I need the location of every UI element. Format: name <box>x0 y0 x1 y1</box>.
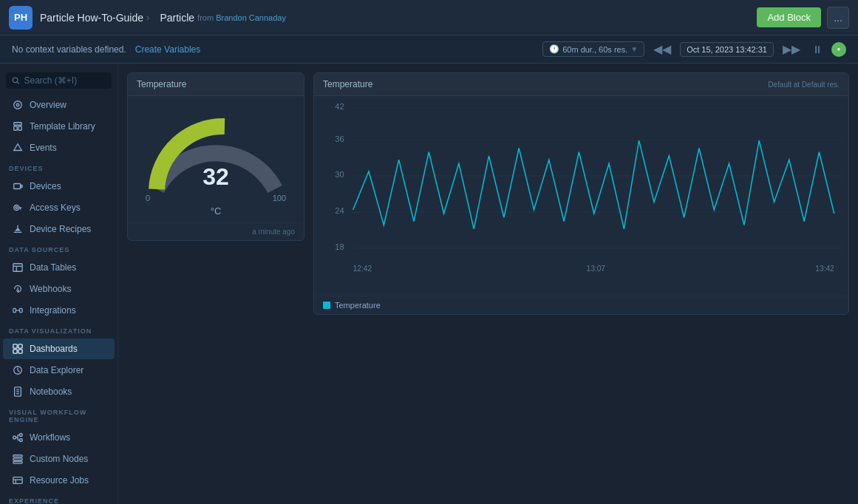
sidebar-item-label: Dashboards <box>30 344 78 354</box>
sidebar-item-template-library[interactable]: Template Library <box>3 116 115 137</box>
app-logo: PH <box>9 6 33 30</box>
section-label-data-sources: DATA SOURCES <box>0 240 118 256</box>
svg-marker-7 <box>14 144 22 151</box>
svg-text:24: 24 <box>335 206 344 215</box>
overview-icon <box>12 99 24 111</box>
sidebar-item-resource-jobs[interactable]: Resource Jobs <box>3 470 115 491</box>
sidebar-item-label: Resource Jobs <box>30 475 89 486</box>
topbar-controls: Add Block ... <box>757 7 849 29</box>
explorer-icon <box>12 364 24 376</box>
sidebar-item-overview-top[interactable]: Overview <box>3 95 115 115</box>
gauge-title: Temperature <box>137 79 186 89</box>
gauge-timestamp: a minute ago <box>128 222 304 240</box>
svg-rect-34 <box>20 439 23 442</box>
sidebar-item-devices[interactable]: Devices <box>3 176 115 197</box>
devices-icon <box>12 180 24 192</box>
sidebar-item-label: Data Explorer <box>30 365 84 375</box>
sidebar-item-events[interactable]: Events <box>3 137 115 158</box>
svg-point-3 <box>16 103 19 106</box>
nodes-icon <box>12 453 24 465</box>
svg-rect-6 <box>18 126 21 130</box>
search-icon <box>12 76 19 85</box>
sidebar-item-data-tables[interactable]: Data Tables <box>3 257 115 278</box>
svg-rect-32 <box>13 436 16 439</box>
clock-icon: 🕐 <box>549 44 559 54</box>
gauge-body: 32 0 100 °C <box>128 96 304 222</box>
refresh-button[interactable]: ● <box>831 42 846 57</box>
sidebar-item-access-keys[interactable]: Access Keys <box>3 197 115 218</box>
workflow-icon <box>12 432 24 443</box>
sidebar-item-integrations[interactable]: Integrations <box>3 300 115 321</box>
notebooks-icon <box>12 386 24 398</box>
context-bar: No context variables defined. Create Var… <box>0 35 858 64</box>
dashboard-icon <box>12 343 24 355</box>
date-range-picker[interactable]: Oct 15, 2023 13:42:31 <box>680 42 774 57</box>
context-bar-right: 🕐 60m dur., 60s res. ▼ ◀◀ Oct 15, 2023 1… <box>542 41 846 58</box>
chart-body: 42 36 30 24 18 12:42 13:07 13:42 <box>314 96 848 296</box>
sidebar-item-label: Custom Nodes <box>30 454 88 464</box>
svg-rect-9 <box>21 185 22 188</box>
events-icon <box>12 142 24 154</box>
add-block-button[interactable]: Add Block <box>757 7 821 27</box>
section-label-experience: EXPERIENCE <box>0 491 118 504</box>
sidebar-item-label: Device Recipes <box>30 224 91 234</box>
chevron-icon: ▼ <box>630 45 638 53</box>
pause-button[interactable]: ⏸ <box>809 42 825 57</box>
svg-text:42: 42 <box>335 102 344 111</box>
author-link[interactable]: Brandon Cannaday <box>216 13 286 22</box>
search-bar[interactable] <box>6 72 112 89</box>
sidebar-item-custom-nodes[interactable]: Custom Nodes <box>3 449 115 469</box>
sidebar-item-device-recipes[interactable]: Device Recipes <box>3 219 115 239</box>
sidebar-item-label: Webhooks <box>30 284 71 294</box>
section-label-workflow: VISUAL WORKFLOW ENGINE <box>0 403 118 426</box>
search-input[interactable] <box>24 75 106 86</box>
webhook-icon <box>12 283 24 295</box>
extra-menu-button[interactable]: ... <box>827 7 849 29</box>
svg-rect-4 <box>14 123 22 126</box>
svg-rect-40 <box>13 458 22 460</box>
sidebar-item-webhooks[interactable]: Webhooks <box>3 279 115 299</box>
svg-line-1 <box>17 82 19 84</box>
sidebar-item-workflows[interactable]: Workflows <box>3 427 115 448</box>
main-layout: Overview Template Library Events DEVICES… <box>0 64 858 504</box>
legend-label: Temperature <box>335 301 381 310</box>
dashboard-content: Temperature 32 0 100 °C a <box>118 64 858 504</box>
sidebar-item-label: Integrations <box>30 305 76 316</box>
sidebar-item-label: Overview <box>30 100 67 110</box>
gauge-chart: 32 <box>142 108 290 197</box>
svg-rect-19 <box>20 308 23 312</box>
svg-rect-21 <box>13 344 17 348</box>
svg-rect-8 <box>14 184 21 189</box>
chart-svg: 42 36 30 24 18 12:42 13:07 13:42 <box>320 102 845 287</box>
gauge-panel-header: Temperature <box>128 73 304 96</box>
guide-title: Particle How-To-Guide <box>40 12 143 24</box>
sidebar-item-data-explorer[interactable]: Data Explorer <box>3 360 115 381</box>
sidebar-item-label: Devices <box>30 181 61 191</box>
svg-rect-5 <box>14 126 17 130</box>
sidebar-item-label: Data Tables <box>30 262 76 273</box>
sidebar-item-notebooks[interactable]: Notebooks <box>3 381 115 402</box>
svg-text:36: 36 <box>335 134 344 143</box>
gauge-unit: °C <box>211 205 222 217</box>
jobs-icon <box>12 474 24 486</box>
svg-rect-24 <box>18 350 22 353</box>
sidebar-item-label: Events <box>30 143 57 153</box>
create-variables-link[interactable]: Create Variables <box>135 44 201 55</box>
sidebar-item-label: Notebooks <box>30 386 72 397</box>
nav-fwd-button[interactable]: ▶▶ <box>780 41 803 58</box>
sidebar-item-dashboards[interactable]: Dashboards <box>3 338 115 359</box>
gauge-panel: Temperature 32 0 100 °C a <box>127 72 304 241</box>
svg-rect-22 <box>18 344 22 348</box>
duration-badge[interactable]: 🕐 60m dur., 60s res. ▼ <box>542 41 644 57</box>
author-label: from Brandon Cannaday <box>197 13 286 22</box>
nav-back-button[interactable]: ◀◀ <box>650 41 674 58</box>
no-context-text: No context variables defined. <box>12 44 126 55</box>
recipes-icon <box>12 223 24 235</box>
svg-point-2 <box>14 101 22 109</box>
sidebar-item-label: Access Keys <box>30 202 81 213</box>
topbar: PH Particle How-To-Guide › Particle from… <box>0 0 858 35</box>
integrations-icon <box>12 304 24 316</box>
svg-rect-15 <box>13 264 22 272</box>
svg-text:13:42: 13:42 <box>815 265 834 273</box>
template-icon <box>12 120 24 132</box>
